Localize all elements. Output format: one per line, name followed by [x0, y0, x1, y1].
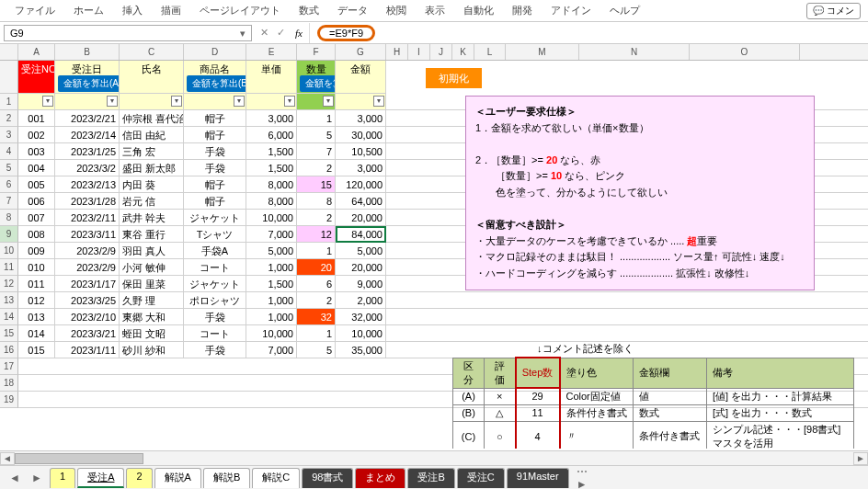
row-header[interactable]: 2: [0, 110, 18, 127]
cell[interactable]: 条件付き書式: [634, 421, 707, 449]
cell[interactable]: 20,000: [336, 210, 386, 226]
cell[interactable]: 8,000: [246, 193, 297, 210]
row-header[interactable]: 8: [0, 210, 18, 226]
cell[interactable]: 1,000: [246, 292, 297, 309]
col-header[interactable]: C: [120, 44, 184, 60]
cell[interactable]: 2023/2/11: [55, 210, 120, 226]
tab-scroll-icon[interactable]: ⋯ ►: [573, 465, 591, 490]
col-header[interactable]: K: [452, 44, 474, 60]
row-header[interactable]: 12: [0, 276, 18, 292]
cell[interactable]: 保田 里菜: [120, 276, 184, 292]
cell[interactable]: 10,000: [336, 325, 386, 342]
cell[interactable]: 10,500: [336, 143, 386, 160]
ribbon-tab[interactable]: 挿入: [115, 2, 150, 19]
col-header[interactable]: A: [18, 44, 55, 60]
cell[interactable]: 2023/1/25: [55, 143, 120, 160]
cell[interactable]: 手袋: [184, 309, 246, 325]
ribbon-tab[interactable]: 数式: [291, 2, 326, 19]
cell[interactable]: 2: [297, 292, 336, 309]
cell[interactable]: 東谷 重行: [120, 226, 184, 243]
cell[interactable]: 1: [297, 325, 336, 342]
cell[interactable]: 2023/3/21: [55, 325, 120, 342]
cell[interactable]: 盛田 新太郎: [120, 160, 184, 176]
sheet-tab[interactable]: まとめ: [355, 468, 405, 488]
cell[interactable]: 内田 葵: [120, 176, 184, 193]
sheet-tab[interactable]: 受注B: [407, 468, 454, 488]
cell[interactable]: 20,000: [336, 259, 386, 276]
col-header[interactable]: I: [408, 44, 430, 60]
cell[interactable]: 005: [18, 176, 55, 193]
cell[interactable]: 012: [18, 292, 55, 309]
row-header[interactable]: 17: [0, 358, 18, 375]
row-header[interactable]: 3: [0, 127, 18, 143]
row-header[interactable]: 9: [0, 226, 18, 243]
cell[interactable]: 014: [18, 325, 55, 342]
cell[interactable]: 手袋A: [184, 243, 246, 259]
cell[interactable]: 010: [18, 259, 55, 276]
cell[interactable]: Tシャツ: [184, 226, 246, 243]
cell[interactable]: 帽子: [184, 127, 246, 143]
cell[interactable]: 1: [297, 110, 336, 127]
cell[interactable]: 2023/3/11: [55, 226, 120, 243]
filter-icon[interactable]: ▾: [171, 96, 182, 107]
row-header[interactable]: 4: [0, 143, 18, 160]
cell[interactable]: 5: [297, 127, 336, 143]
ribbon-tab[interactable]: ホーム: [66, 2, 111, 19]
cell[interactable]: 2: [297, 210, 336, 226]
cell[interactable]: 帽子: [184, 176, 246, 193]
cell[interactable]: 3,000: [336, 110, 386, 127]
header-cell[interactable]: 金額: [336, 61, 386, 94]
row-header[interactable]: 7: [0, 193, 18, 210]
cell[interactable]: 32,000: [336, 309, 386, 325]
sheet-tab[interactable]: 解説A: [154, 468, 201, 488]
col-header[interactable]: L: [474, 44, 506, 60]
cell[interactable]: [式] を出力・・・数式: [707, 404, 854, 421]
sheet-tab[interactable]: 解説B: [203, 468, 250, 488]
cell[interactable]: 蛭田 文昭: [120, 325, 184, 342]
cell[interactable]: 条件付き書式: [560, 404, 634, 421]
cell[interactable]: 東郷 大和: [120, 309, 184, 325]
cell[interactable]: 120,000: [336, 176, 386, 193]
filter-icon[interactable]: ▾: [323, 96, 334, 107]
cell[interactable]: (B): [453, 404, 485, 421]
cell[interactable]: ポロシャツ: [184, 292, 246, 309]
cell[interactable]: 013: [18, 309, 55, 325]
cell[interactable]: シンプル記述・・・[98書式]マスタを活用: [707, 421, 854, 449]
cell[interactable]: ×: [485, 388, 516, 404]
cell[interactable]: 1: [297, 243, 336, 259]
cell[interactable]: 3,000: [246, 110, 297, 127]
cell[interactable]: 2,000: [336, 292, 386, 309]
sheet-tab[interactable]: 2: [126, 468, 152, 488]
cell[interactable]: ▾: [55, 94, 120, 110]
cell[interactable]: [値] を出力・・・計算結果: [707, 388, 854, 404]
cell[interactable]: 11: [516, 404, 560, 421]
sheet-tab[interactable]: 1: [50, 468, 75, 488]
cell[interactable]: ▾: [184, 94, 246, 110]
col-header[interactable]: G: [336, 44, 386, 60]
tab-prev-icon[interactable]: ◄: [6, 472, 24, 484]
cell[interactable]: 2023/1/11: [55, 342, 120, 358]
cell[interactable]: 20: [297, 259, 336, 276]
ribbon-tab[interactable]: データ: [330, 2, 375, 19]
cell[interactable]: 6,000: [246, 127, 297, 143]
row-header[interactable]: 5: [0, 160, 18, 176]
row-header[interactable]: 19: [0, 392, 18, 408]
scroll-thumb[interactable]: [15, 453, 143, 464]
row-header[interactable]: 14: [0, 309, 18, 325]
col-header[interactable]: O: [690, 44, 800, 60]
cell[interactable]: 32: [297, 309, 336, 325]
cell[interactable]: ▾: [18, 94, 55, 110]
formula-accept-icon[interactable]: ✓: [272, 27, 289, 39]
formula-cancel-icon[interactable]: ✕: [256, 27, 272, 39]
cell[interactable]: ▾: [246, 94, 297, 110]
cell[interactable]: 2023/3/2: [55, 160, 120, 176]
calc-c-button[interactable]: 金額を算出(C): [300, 75, 336, 92]
cell[interactable]: 初期化: [386, 61, 868, 94]
cell[interactable]: ▾: [336, 94, 386, 110]
tab-next-icon[interactable]: ►: [28, 472, 46, 484]
cell[interactable]: 羽田 真人: [120, 243, 184, 259]
cell[interactable]: 小河 敏伸: [120, 259, 184, 276]
header-cell[interactable]: 氏名: [120, 61, 184, 94]
cell[interactable]: ジャケット: [184, 210, 246, 226]
cell[interactable]: 3,000: [336, 160, 386, 176]
